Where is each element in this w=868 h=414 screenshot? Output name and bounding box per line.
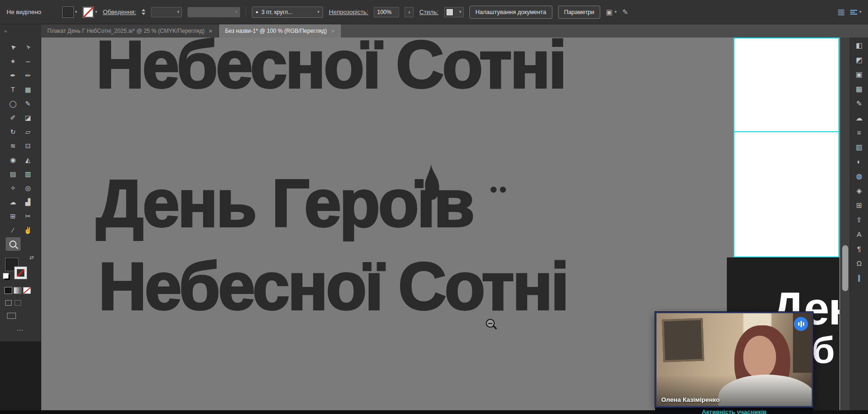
tool-selection[interactable]: ➤ bbox=[6, 40, 21, 54]
tool-ellipse[interactable]: ◯ bbox=[6, 97, 21, 110]
tool-rotate[interactable]: ↻ bbox=[6, 125, 21, 138]
tool-blend[interactable]: ◎ bbox=[21, 181, 36, 195]
edit-toolbar-button[interactable]: … bbox=[0, 324, 41, 332]
tool-gradient[interactable]: ▥ bbox=[21, 167, 36, 181]
tool-free-transform[interactable]: ⊡ bbox=[21, 139, 36, 152]
divider bbox=[246, 6, 246, 18]
color-button[interactable] bbox=[5, 287, 12, 294]
panel-glyphs-icon[interactable]: Ω bbox=[856, 259, 861, 267]
brush-preset-label: 3 пт, кругл... bbox=[262, 9, 293, 15]
fill-color-control[interactable] bbox=[63, 7, 77, 17]
stroke-weight-combo[interactable] bbox=[151, 7, 182, 17]
panel-symbols-icon[interactable]: ☁ bbox=[856, 114, 863, 122]
preferences-button[interactable]: Параметри bbox=[558, 6, 601, 19]
draw-behind-icon[interactable] bbox=[15, 300, 21, 306]
opacity-panel-link[interactable]: Непрозорість: bbox=[329, 8, 368, 15]
scrollbar-thumb[interactable] bbox=[842, 245, 848, 291]
chevron-down-icon bbox=[459, 10, 461, 14]
stroke-color-swatch[interactable] bbox=[15, 267, 27, 279]
artwork-text-bottom: Небесної Сотні bbox=[98, 253, 567, 320]
zoom-cursor-icon bbox=[486, 319, 495, 328]
app-grid-icon[interactable]: ▦ bbox=[837, 7, 845, 17]
participant-face-shape bbox=[743, 336, 776, 378]
opacity-expand-button[interactable]: › bbox=[405, 7, 414, 17]
style-panel-link[interactable]: Стиль: bbox=[419, 8, 438, 15]
default-colors-icon[interactable] bbox=[3, 273, 8, 279]
tool-lasso[interactable]: ∽ bbox=[21, 54, 36, 68]
document-tab-2[interactable]: Без назви-1* @ 100 % (RGB/Перегляд) × bbox=[219, 24, 341, 38]
tool-magic-wand[interactable]: ✶ bbox=[6, 54, 21, 68]
stepper-up-icon[interactable] bbox=[142, 9, 145, 11]
panel-artboards-icon[interactable]: ⊞ bbox=[856, 201, 862, 209]
close-icon[interactable]: × bbox=[331, 28, 335, 35]
video-call-overlay[interactable]: Олена Казіміренко bbox=[655, 312, 813, 407]
workspace-switcher[interactable] bbox=[850, 10, 861, 15]
tool-type[interactable]: T bbox=[6, 83, 21, 96]
share-document-icon[interactable]: ✎ bbox=[622, 8, 628, 15]
tool-curvature[interactable]: ✏ bbox=[21, 68, 36, 82]
chevron-down-icon bbox=[235, 10, 238, 14]
tool-paintbrush[interactable]: ✎ bbox=[21, 97, 36, 110]
tool-direct-selection[interactable]: ➢ bbox=[21, 40, 36, 54]
screen-mode-icon[interactable] bbox=[7, 313, 16, 319]
picture-frame-shape bbox=[662, 318, 705, 362]
panel-color-icon[interactable]: ◧ bbox=[856, 41, 862, 49]
tool-scale[interactable]: ▱ bbox=[21, 125, 36, 138]
tool-pen[interactable]: ✒ bbox=[6, 68, 21, 82]
tool-shaper[interactable]: ✐ bbox=[6, 111, 21, 124]
panel-stroke-icon[interactable]: ≡ bbox=[857, 128, 861, 136]
tool-slice[interactable]: ✂ bbox=[21, 209, 36, 223]
tool-perspective-grid[interactable]: ◭ bbox=[21, 153, 36, 166]
tool-shape-builder[interactable]: ◉ bbox=[6, 153, 21, 166]
stroke-panel-link[interactable]: Обведення: bbox=[103, 8, 136, 15]
none-button[interactable] bbox=[23, 287, 30, 294]
gradient-button[interactable] bbox=[14, 287, 21, 294]
arrange-control[interactable]: ▣ bbox=[606, 8, 617, 15]
panel-gradient-icon[interactable]: ▥ bbox=[856, 143, 862, 151]
panel-brushes-icon[interactable]: ✎ bbox=[856, 99, 862, 107]
tool-graph[interactable]: ▟ bbox=[21, 195, 36, 209]
scale-tool-icon: ▱ bbox=[25, 128, 30, 135]
panel-libraries-icon[interactable]: ▣ bbox=[856, 70, 862, 78]
panel-character-icon[interactable]: A bbox=[857, 230, 861, 238]
chevron-down-icon[interactable] bbox=[614, 10, 617, 14]
panel-appearance-icon[interactable]: ◍ bbox=[856, 172, 862, 180]
arrange-icon[interactable]: ▣ bbox=[606, 8, 612, 15]
tool-mesh[interactable]: ▤ bbox=[6, 167, 21, 181]
panel-transparency-icon[interactable]: ◐ bbox=[857, 158, 861, 166]
tool-knife[interactable]: ∕ bbox=[6, 223, 21, 237]
document-tab-1[interactable]: Плакат День Г НебСотні_2025.ai* @ 25 % (… bbox=[41, 24, 219, 38]
chevron-down-icon[interactable] bbox=[95, 10, 98, 14]
draw-normal-icon[interactable] bbox=[5, 300, 12, 306]
tool-eyedropper[interactable]: ✧ bbox=[6, 181, 21, 195]
fill-swatch[interactable] bbox=[63, 7, 73, 17]
tool-width[interactable]: ≋ bbox=[6, 139, 21, 152]
tool-eraser[interactable]: ◪ bbox=[21, 111, 36, 124]
panel-paragraph-icon[interactable]: ¶ bbox=[857, 245, 861, 253]
tool-zoom[interactable] bbox=[6, 237, 21, 251]
panel-export-icon[interactable]: ⇪ bbox=[856, 216, 862, 224]
toolbar-collapse-button[interactable]: « bbox=[0, 24, 41, 38]
artboard-tool-icon: ⊞ bbox=[10, 213, 16, 219]
chevron-down-icon[interactable] bbox=[75, 10, 77, 14]
document-setup-button[interactable]: Налаштування документа bbox=[469, 6, 552, 19]
vertical-scrollbar[interactable] bbox=[840, 38, 850, 410]
close-icon[interactable]: × bbox=[209, 28, 212, 35]
swap-fill-stroke-icon[interactable]: ⇄ bbox=[30, 255, 34, 261]
panel-swatches-icon[interactable]: ▦ bbox=[856, 85, 862, 93]
tool-symbol-sprayer[interactable]: ☁ bbox=[6, 195, 21, 209]
tool-hand[interactable]: ✌ bbox=[21, 223, 36, 237]
graphic-style-combo[interactable] bbox=[444, 7, 464, 17]
stroke-color-control[interactable] bbox=[83, 7, 98, 17]
panel-layers-icon[interactable]: ◈ bbox=[856, 187, 862, 195]
stroke-none-swatch[interactable] bbox=[83, 7, 93, 17]
panel-color-guide-icon[interactable]: ◩ bbox=[856, 56, 862, 64]
panel-align-icon[interactable]: ∥ bbox=[857, 274, 861, 282]
tool-artboard[interactable]: ⊞ bbox=[6, 209, 21, 223]
width-profile-combo[interactable] bbox=[188, 7, 240, 17]
brush-preset-combo[interactable]: • 3 пт, кругл... bbox=[252, 7, 323, 18]
tool-grid[interactable]: ▦ bbox=[21, 83, 36, 96]
opacity-input[interactable]: 100% bbox=[374, 7, 399, 17]
stroke-weight-stepper[interactable] bbox=[142, 9, 145, 15]
stepper-down-icon[interactable] bbox=[142, 13, 145, 15]
